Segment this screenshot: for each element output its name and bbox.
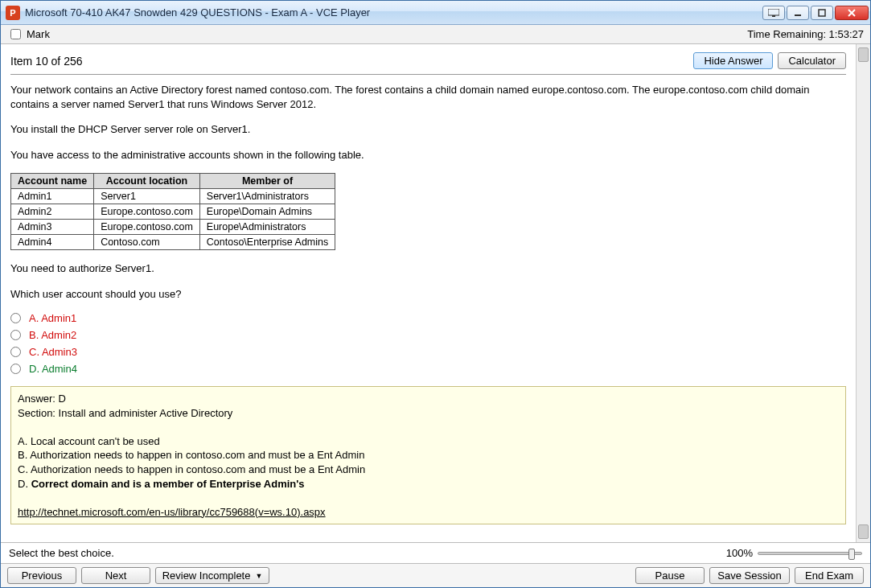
answer-line: Answer: D [18,392,839,406]
option-b-radio[interactable] [10,330,21,340]
previous-button[interactable]: Previous [7,567,76,584]
end-exam-button[interactable]: End Exam [795,567,864,584]
option-a-label: A. Admin1 [29,312,76,324]
question-p4: You need to authorize Server1. [10,261,846,276]
option-a[interactable]: A. Admin1 [10,312,846,324]
table-cell: Server1\Administrators [199,189,335,204]
table-header: Account location [94,174,200,189]
instruction-text: Select the best choice. [9,547,114,559]
accounts-table: Account name Account location Member of … [10,173,335,250]
question-p5: Which user account should you use? [10,287,846,302]
mark-checkbox-label[interactable]: Mark [7,27,50,42]
zoom-slider[interactable] [758,552,862,555]
option-c[interactable]: C. Admin3 [10,346,846,358]
answer-exp-d: D. Correct domain and is a member of Ent… [18,477,839,491]
option-b[interactable]: B. Admin2 [10,329,846,341]
reference-link[interactable]: http://technet.microsoft.com/en-us/libra… [18,506,326,518]
table-cell: Contoso.com [94,235,200,250]
review-label: Review Incomplete [162,569,251,582]
review-incomplete-button[interactable]: Review Incomplete ▼ [155,567,269,584]
chevron-down-icon: ▼ [255,572,262,580]
answer-exp-a: A. Local account can't be used [18,434,839,449]
answer-exp-d-bold: Correct domain and is a member of Enterp… [31,478,305,490]
vertical-scrollbar[interactable] [856,44,870,542]
question-p2: You install the DHCP Server server role … [10,122,846,137]
table-cell: Europe.contoso.com [94,220,200,235]
maximize-button[interactable] [811,6,833,20]
mark-label: Mark [27,28,50,40]
answer-exp-d-prefix: D. [18,478,31,490]
close-button[interactable] [835,6,869,20]
option-b-label: B. Admin2 [29,329,76,341]
save-session-button[interactable]: Save Session [709,567,790,584]
app-icon: P [6,6,20,20]
mark-bar: Mark Time Remaining: 1:53:27 [1,25,870,44]
item-header-row: Item 10 of 256 Hide Answer Calculator [10,52,846,75]
answer-exp-c: C. Authorization needs to happen in cont… [18,463,839,477]
svg-rect-3 [819,10,825,16]
table-cell: Europe\Domain Admins [199,204,335,220]
table-cell: Admin1 [11,189,94,204]
content-wrap: Item 10 of 256 Hide Answer Calculator Yo… [1,44,870,542]
table-cell: Server1 [94,189,200,204]
svg-rect-1 [772,15,775,17]
nav-row: Previous Next Review Incomplete ▼ Pause … [1,563,870,587]
question-text: Your network contains an Active Director… [10,83,846,162]
table-cell: Admin2 [11,204,94,220]
window-title: Microsoft 70-410 AK47 Snowden 429 QUESTI… [25,6,762,19]
question-p3: You have access to the administrative ac… [10,148,846,162]
pause-button[interactable]: Pause [635,567,705,584]
scroll-up-icon[interactable] [858,47,869,62]
table-cell: Contoso\Enterprise Admins [199,235,335,250]
calculator-button[interactable]: Calculator [778,52,846,69]
table-row: Admin4 Contoso.com Contoso\Enterprise Ad… [11,235,335,250]
option-c-radio[interactable] [10,347,21,357]
option-d[interactable]: D. Admin4 [10,363,846,375]
question-p1: Your network contains an Active Director… [10,83,846,111]
question-text-2: You need to authorize Server1. Which use… [10,261,846,301]
content-area: Item 10 of 256 Hide Answer Calculator Yo… [1,44,856,542]
time-remaining: Time Remaining: 1:53:27 [747,28,864,40]
next-button[interactable]: Next [81,567,150,584]
option-a-radio[interactable] [10,313,21,323]
mark-checkbox[interactable] [10,29,21,39]
monitor-icon[interactable] [762,6,785,20]
option-d-label: D. Admin4 [29,363,77,375]
zoom-value: 100% [726,547,753,559]
window-controls [762,6,869,20]
svg-rect-0 [768,9,779,15]
answer-options: A. Admin1 B. Admin2 C. Admin3 D. Admin4 [10,312,846,375]
scroll-down-icon[interactable] [858,524,869,539]
option-c-label: C. Admin3 [29,346,77,358]
table-row: Admin3 Europe.contoso.com Europe\Adminis… [11,220,335,235]
table-cell: Europe.contoso.com [94,204,200,220]
zoom-control: 100% [726,547,862,559]
table-header-row: Account name Account location Member of [11,174,335,189]
item-number: Item 10 of 256 [10,55,83,68]
app-window: P Microsoft 70-410 AK47 Snowden 429 QUES… [0,0,871,588]
answer-exp-b: B. Authorization needs to happen in cont… [18,448,839,463]
table-header: Member of [199,174,335,189]
zoom-slider-knob[interactable] [848,549,855,560]
titlebar: P Microsoft 70-410 AK47 Snowden 429 QUES… [1,1,870,25]
hide-answer-button[interactable]: Hide Answer [693,52,773,69]
answer-explanation-box: Answer: D Section: Install and administe… [10,386,846,524]
table-header: Account name [11,174,94,189]
table-cell: Admin3 [11,220,94,235]
table-cell: Admin4 [11,235,94,250]
answer-section: Section: Install and administer Active D… [18,406,839,421]
status-row: Select the best choice. 100% [1,542,870,563]
option-d-radio[interactable] [10,364,21,374]
table-cell: Europe\Administrators [199,220,335,235]
table-row: Admin1 Server1 Server1\Administrators [11,189,335,204]
table-row: Admin2 Europe.contoso.com Europe\Domain … [11,204,335,220]
minimize-button[interactable] [787,6,809,20]
